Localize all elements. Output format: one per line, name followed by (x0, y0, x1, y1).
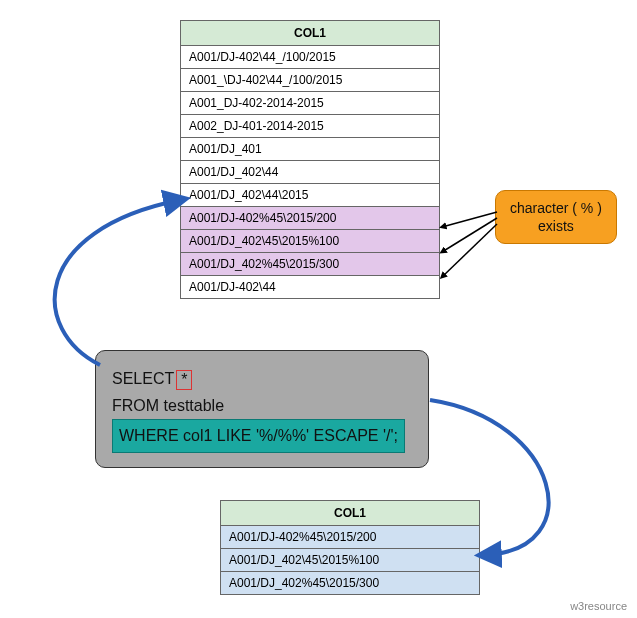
callout-arrow-3 (442, 224, 497, 277)
source-row: A001_DJ-402-2014-2015 (181, 92, 440, 115)
attribution: w3resource (570, 600, 627, 612)
source-header: COL1 (181, 21, 440, 46)
source-row: A002_DJ-401-2014-2015 (181, 115, 440, 138)
source-row: A001/DJ_402\44\2015 (181, 184, 440, 207)
callout-arrow-2 (442, 218, 497, 252)
source-row: A001/DJ-402\44_/100/2015 (181, 46, 440, 69)
callout-arrow-1 (442, 212, 497, 227)
result-row: A001/DJ-402%45\2015/200 (221, 526, 480, 549)
result-table: COL1 A001/DJ-402%45\2015/200A001/DJ_402\… (220, 500, 480, 595)
source-row: A001/DJ_402\44 (181, 161, 440, 184)
asterisk-box: * (176, 370, 192, 390)
sql-query-box: SELECT* FROM testtable WHERE col1 LIKE '… (95, 350, 429, 468)
callout-line1: character ( % ) (510, 199, 602, 217)
sql-from-line: FROM testtable (112, 392, 412, 419)
source-row: A001/DJ_401 (181, 138, 440, 161)
source-row: A001/DJ-402\44 (181, 276, 440, 299)
result-row: A001/DJ_402%45\2015/300 (221, 572, 480, 595)
percent-callout: character ( % ) exists (495, 190, 617, 244)
source-table: COL1 A001/DJ-402\44_/100/2015A001_\DJ-40… (180, 20, 440, 299)
result-header: COL1 (221, 501, 480, 526)
arrow-sql-to-source (55, 200, 180, 365)
callout-line2: exists (510, 217, 602, 235)
source-row: A001/DJ-402%45\2015/200 (181, 207, 440, 230)
sql-select-line: SELECT* (112, 365, 412, 392)
select-keyword: SELECT (112, 370, 174, 387)
sql-where-line: WHERE col1 LIKE '%/%%' ESCAPE '/'; (112, 419, 405, 452)
source-row: A001/DJ_402%45\2015/300 (181, 253, 440, 276)
source-row: A001_\DJ-402\44_/100/2015 (181, 69, 440, 92)
result-row: A001/DJ_402\45\2015%100 (221, 549, 480, 572)
source-row: A001/DJ_402\45\2015%100 (181, 230, 440, 253)
